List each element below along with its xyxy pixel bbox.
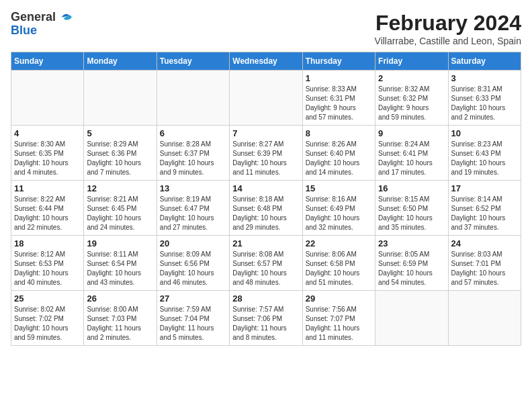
logo: General Blue [11,11,73,38]
weekday-header-wednesday: Wednesday [230,52,302,71]
weekday-header-saturday: Saturday [448,52,521,71]
day-info: Sunrise: 8:03 AMSunset: 7:01 PMDaylight:… [451,250,518,287]
day-number: 19 [87,238,153,248]
day-info: Sunrise: 8:11 AMSunset: 6:54 PMDaylight:… [87,250,153,287]
calendar-cell: 28Sunrise: 7:57 AMSunset: 7:06 PMDayligh… [230,291,302,346]
calendar-cell: 8Sunrise: 8:26 AMSunset: 6:40 PMDaylight… [302,126,375,181]
calendar-cell: 20Sunrise: 8:09 AMSunset: 6:56 PMDayligh… [157,236,229,291]
calendar-cell: 5Sunrise: 8:29 AMSunset: 6:36 PMDaylight… [84,126,157,181]
calendar-cell: 1Sunrise: 8:33 AMSunset: 6:31 PMDaylight… [302,71,375,126]
calendar-cell [84,71,157,126]
calendar-cell: 10Sunrise: 8:23 AMSunset: 6:43 PMDayligh… [448,126,521,181]
day-number: 5 [87,128,153,138]
day-number: 17 [451,183,518,193]
day-info: Sunrise: 8:18 AMSunset: 6:48 PMDaylight:… [232,195,299,232]
weekday-header-thursday: Thursday [302,52,375,71]
day-info: Sunrise: 8:00 AMSunset: 7:03 PMDaylight:… [87,305,153,342]
calendar-cell [375,291,448,346]
calendar-week-3: 11Sunrise: 8:22 AMSunset: 6:44 PMDayligh… [11,181,521,236]
day-number: 21 [232,238,299,248]
day-info: Sunrise: 8:05 AMSunset: 6:59 PMDaylight:… [378,250,445,287]
day-info: Sunrise: 7:56 AMSunset: 7:07 PMDaylight:… [306,305,372,342]
calendar-header: SundayMondayTuesdayWednesdayThursdayFrid… [11,52,521,71]
day-number: 27 [160,293,226,304]
day-info: Sunrise: 8:09 AMSunset: 6:56 PMDaylight:… [160,250,226,287]
logo-blue-text: Blue [11,24,73,38]
weekday-header-sunday: Sunday [11,52,84,71]
day-number: 18 [14,238,81,248]
calendar-cell: 11Sunrise: 8:22 AMSunset: 6:44 PMDayligh… [11,181,84,236]
day-info: Sunrise: 8:32 AMSunset: 6:32 PMDaylight:… [378,85,445,122]
calendar-cell [448,291,521,346]
calendar-cell: 23Sunrise: 8:05 AMSunset: 6:59 PMDayligh… [375,236,448,291]
day-info: Sunrise: 8:06 AMSunset: 6:58 PMDaylight:… [306,250,372,287]
day-number: 4 [14,128,81,138]
calendar-week-5: 25Sunrise: 8:02 AMSunset: 7:02 PMDayligh… [11,291,521,346]
day-number: 11 [14,183,81,193]
day-number: 12 [87,183,153,193]
day-info: Sunrise: 8:24 AMSunset: 6:41 PMDaylight:… [378,140,445,177]
day-number: 23 [378,238,445,248]
calendar-cell: 19Sunrise: 8:11 AMSunset: 6:54 PMDayligh… [84,236,157,291]
day-number: 29 [306,293,372,304]
calendar-week-2: 4Sunrise: 8:30 AMSunset: 6:35 PMDaylight… [11,126,521,181]
day-number: 9 [378,128,445,138]
month-title: February 2024 [375,11,521,36]
day-info: Sunrise: 8:16 AMSunset: 6:49 PMDaylight:… [306,195,372,232]
day-info: Sunrise: 8:33 AMSunset: 6:31 PMDaylight:… [306,85,372,122]
calendar-cell: 16Sunrise: 8:15 AMSunset: 6:50 PMDayligh… [375,181,448,236]
calendar-cell [11,71,84,126]
calendar-cell: 14Sunrise: 8:18 AMSunset: 6:48 PMDayligh… [230,181,302,236]
calendar-cell [230,71,302,126]
day-number: 14 [232,183,299,193]
day-number: 16 [378,183,445,193]
header-row: SundayMondayTuesdayWednesdayThursdayFrid… [11,52,521,71]
day-info: Sunrise: 8:30 AMSunset: 6:35 PMDaylight:… [14,140,81,177]
calendar-cell: 12Sunrise: 8:21 AMSunset: 6:45 PMDayligh… [84,181,157,236]
day-number: 25 [14,293,81,304]
day-number: 7 [232,128,299,138]
page-header: General Blue February 2024 Villarrabe, C… [11,11,521,46]
day-info: Sunrise: 8:15 AMSunset: 6:50 PMDaylight:… [378,195,445,232]
calendar-cell: 29Sunrise: 7:56 AMSunset: 7:07 PMDayligh… [302,291,375,346]
day-info: Sunrise: 8:21 AMSunset: 6:45 PMDaylight:… [87,195,153,232]
calendar-cell: 2Sunrise: 8:32 AMSunset: 6:32 PMDaylight… [375,71,448,126]
day-info: Sunrise: 8:22 AMSunset: 6:44 PMDaylight:… [14,195,81,232]
day-number: 3 [451,73,518,83]
day-info: Sunrise: 8:28 AMSunset: 6:37 PMDaylight:… [160,140,226,177]
day-number: 13 [160,183,226,193]
day-info: Sunrise: 8:23 AMSunset: 6:43 PMDaylight:… [451,140,518,177]
day-number: 15 [306,183,372,193]
weekday-header-monday: Monday [84,52,157,71]
day-number: 10 [451,128,518,138]
day-info: Sunrise: 8:26 AMSunset: 6:40 PMDaylight:… [306,140,372,177]
day-number: 2 [378,73,445,83]
day-info: Sunrise: 8:19 AMSunset: 6:47 PMDaylight:… [160,195,226,232]
calendar-cell: 7Sunrise: 8:27 AMSunset: 6:39 PMDaylight… [230,126,302,181]
calendar-cell: 25Sunrise: 8:02 AMSunset: 7:02 PMDayligh… [11,291,84,346]
calendar-cell: 3Sunrise: 8:31 AMSunset: 6:33 PMDaylight… [448,71,521,126]
day-info: Sunrise: 7:59 AMSunset: 7:04 PMDaylight:… [160,305,226,342]
weekday-header-tuesday: Tuesday [157,52,229,71]
day-number: 22 [306,238,372,248]
calendar-cell: 18Sunrise: 8:12 AMSunset: 6:53 PMDayligh… [11,236,84,291]
location-subtitle: Villarrabe, Castille and Leon, Spain [375,36,521,46]
day-info: Sunrise: 8:14 AMSunset: 6:52 PMDaylight:… [451,195,518,232]
calendar-cell: 26Sunrise: 8:00 AMSunset: 7:03 PMDayligh… [84,291,157,346]
day-info: Sunrise: 8:12 AMSunset: 6:53 PMDaylight:… [14,250,81,287]
title-area: February 2024 Villarrabe, Castille and L… [375,11,521,46]
calendar-cell: 21Sunrise: 8:08 AMSunset: 6:57 PMDayligh… [230,236,302,291]
calendar-cell: 24Sunrise: 8:03 AMSunset: 7:01 PMDayligh… [448,236,521,291]
weekday-header-friday: Friday [375,52,448,71]
day-number: 8 [306,128,372,138]
day-number: 20 [160,238,226,248]
calendar-cell: 15Sunrise: 8:16 AMSunset: 6:49 PMDayligh… [302,181,375,236]
day-info: Sunrise: 8:08 AMSunset: 6:57 PMDaylight:… [232,250,299,287]
day-info: Sunrise: 8:29 AMSunset: 6:36 PMDaylight:… [87,140,153,177]
calendar-cell: 13Sunrise: 8:19 AMSunset: 6:47 PMDayligh… [157,181,229,236]
calendar-body: 1Sunrise: 8:33 AMSunset: 6:31 PMDaylight… [11,71,521,346]
calendar-cell: 9Sunrise: 8:24 AMSunset: 6:41 PMDaylight… [375,126,448,181]
day-number: 28 [232,293,299,304]
day-number: 6 [160,128,226,138]
calendar-cell: 27Sunrise: 7:59 AMSunset: 7:04 PMDayligh… [157,291,229,346]
